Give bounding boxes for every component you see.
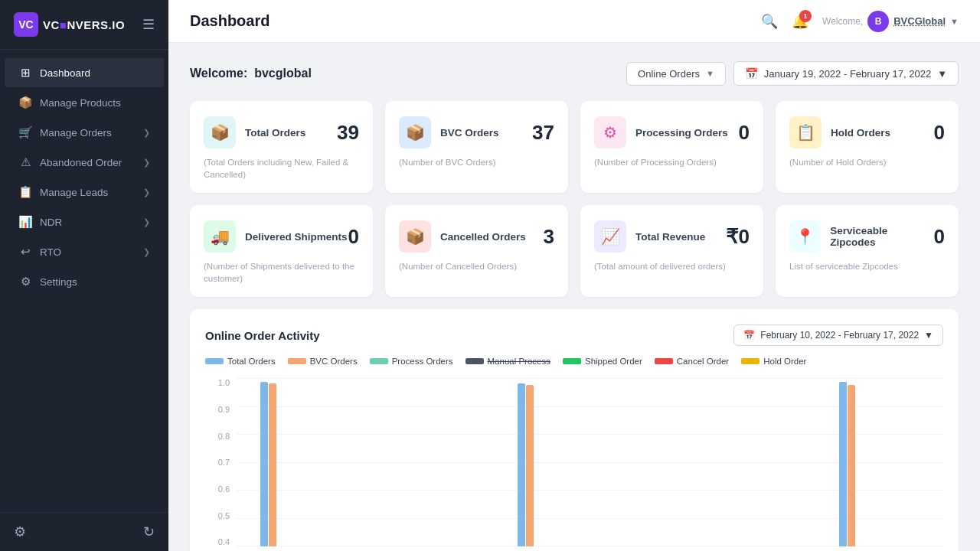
nav-chevron-ndr-icon: ❯ (143, 217, 150, 227)
legend-dot-process-orders (370, 358, 388, 364)
legend-item-process-orders: Process Orders (370, 357, 453, 366)
sidebar-item-rto[interactable]: ↩ RTO ❯ (5, 237, 164, 266)
stat-icon-total-revenue: 📈 (594, 220, 626, 253)
welcome-bar: Welcome: bvcglobal Online Orders ▼ 📅 Jan… (190, 61, 959, 86)
nav-item-left: 🛒 Manage Orders (18, 126, 112, 139)
stat-card-left: 🚚 Delivered Shipments (204, 220, 348, 253)
legend-label-cancel-order: Cancel Order (677, 357, 729, 366)
notification-count: 1 (799, 10, 812, 22)
stat-icon-delivered-shipments: 🚚 (204, 220, 236, 253)
nav-icon-settings: ⚙ (18, 275, 32, 289)
chart-date-range-button[interactable]: 📅 February 10, 2022 - February 17, 2022 … (733, 324, 943, 346)
legend-dot-hold-order (741, 358, 760, 364)
chart-bar (839, 382, 847, 547)
notification-bell[interactable]: 🔔 1 (792, 13, 808, 30)
stat-card-top: 📈 Total Revenue ₹0 (594, 220, 750, 253)
stat-value-bvc-orders: 37 (532, 121, 554, 145)
y-label: 0.6 (218, 484, 230, 494)
nav-item-left: ⚙ Settings (18, 275, 77, 289)
y-label: 0.8 (218, 432, 230, 441)
legend-item-shipped-order: Shipped Order (563, 357, 642, 366)
stat-card-delivered-shipments: 🚚 Delivered Shipments 0 (Number of Shipm… (190, 205, 373, 297)
sidebar-item-abandoned-order[interactable]: ⚠ Abandoned Order ❯ (5, 148, 164, 177)
chart-date-chevron-icon: ▼ (924, 330, 933, 341)
nav-item-left: ⚠ Abandoned Order (18, 155, 122, 169)
stat-name-serviceable-zipcodes: Serviceable Zipcodes (830, 225, 933, 248)
refresh-footer-icon[interactable]: ↻ (143, 523, 155, 540)
stat-card-total-orders: 📦 Total Orders 39 (Total Orders includin… (190, 101, 373, 193)
stat-desc-total-orders: (Total Orders including New, Failed & Ca… (204, 156, 359, 181)
order-type-label: Online Orders (638, 68, 700, 80)
legend-label-total-orders: Total Orders (227, 357, 276, 366)
legend-dot-cancel-order (655, 358, 673, 364)
sidebar-item-manage-orders[interactable]: 🛒 Manage Orders ❯ (5, 118, 164, 147)
stat-icon-hold-orders: 📋 (789, 116, 822, 148)
stat-card-serviceable-zipcodes: 📍 Serviceable Zipcodes 0 List of service… (776, 205, 959, 297)
stat-value-cancelled-orders: 3 (544, 225, 554, 249)
welcome-username: bvcglobal (254, 67, 312, 80)
bar-group (429, 378, 493, 546)
stat-card-cancelled-orders: 📦 Cancelled Orders 3 (Number of Cancelle… (385, 205, 568, 297)
bars-container (236, 378, 943, 546)
nav-label-manage-products: Manage Products (40, 97, 121, 109)
logo: VC VC■NVERS.IO (14, 12, 125, 37)
nav-label-settings: Settings (40, 276, 77, 288)
sidebar-item-manage-leads[interactable]: 📋 Manage Leads ❯ (5, 178, 164, 207)
stat-card-top: ⚙ Processing Orders 0 (594, 116, 750, 148)
y-label: 0.4 (218, 537, 230, 546)
user-menu[interactable]: Welcome, B BVCGlobal ▼ (822, 11, 959, 32)
topbar: Dashboard 🔍 🔔 1 Welcome, B BVCGlobal ▼ (168, 0, 980, 43)
nav-label-manage-leads: Manage Leads (40, 187, 108, 198)
nav-chevron-manage-orders-icon: ❯ (143, 128, 150, 138)
legend-dot-manual-process (466, 358, 484, 364)
bar-group (236, 378, 300, 546)
date-filter: Online Orders ▼ 📅 January 19, 2022 - Feb… (626, 61, 959, 86)
legend-dot-total-orders (205, 358, 224, 364)
sidebar-item-manage-products[interactable]: 📦 Manage Products (5, 88, 164, 117)
sidebar-item-dashboard[interactable]: ⊞ Dashboard (5, 58, 164, 87)
nav-item-left: ⊞ Dashboard (18, 66, 90, 80)
stat-name-processing-orders: Processing Orders (635, 127, 728, 139)
stats-grid-bottom: 🚚 Delivered Shipments 0 (Number of Shipm… (190, 205, 959, 297)
legend-dot-bvc-orders (288, 358, 306, 364)
stat-value-processing-orders: 0 (739, 121, 750, 145)
legend-label-shipped-order: Shipped Order (585, 357, 642, 366)
stat-name-total-revenue: Total Revenue (635, 231, 705, 243)
bar-group (879, 378, 943, 546)
stat-card-hold-orders: 📋 Hold Orders 0 (Number of Hold Orders) (776, 101, 959, 193)
welcome-label: Welcome, (822, 16, 863, 27)
stat-icon-cancelled-orders: 📦 (399, 220, 431, 253)
nav-chevron-abandoned-order-icon: ❯ (143, 158, 150, 168)
hamburger-icon[interactable]: ☰ (142, 16, 155, 33)
stats-grid-top: 📦 Total Orders 39 (Total Orders includin… (190, 101, 959, 193)
bar-group (493, 378, 557, 546)
stat-icon-processing-orders: ⚙ (594, 116, 626, 148)
nav-icon-rto: ↩ (18, 245, 32, 259)
legend-label-manual-process: Manual Process (488, 357, 550, 366)
stat-desc-hold-orders: (Number of Hold Orders) (789, 156, 945, 168)
settings-footer-icon[interactable]: ⚙ (14, 523, 26, 540)
sidebar-item-ndr[interactable]: 📊 NDR ❯ (5, 207, 164, 236)
stat-card-left: 📦 Cancelled Orders (399, 220, 526, 253)
chart-calendar-icon: 📅 (743, 330, 755, 341)
date-range-picker[interactable]: 📅 January 19, 2022 - February 17, 2022 ▼ (733, 61, 959, 86)
order-type-dropdown[interactable]: Online Orders ▼ (626, 62, 726, 86)
stat-desc-cancelled-orders: (Number of Cancelled Orders) (399, 260, 554, 272)
chart-date-range-value: February 10, 2022 - February 17, 2022 (760, 330, 919, 341)
page-title: Dashboard (190, 12, 270, 30)
stat-desc-bvc-orders: (Number of BVC Orders) (399, 156, 554, 168)
legend-dot-shipped-order (563, 358, 581, 364)
username-display: BVCGlobal (893, 15, 946, 27)
search-icon[interactable]: 🔍 (761, 13, 778, 30)
y-label: 0.9 (218, 405, 230, 414)
legend-label-process-orders: Process Orders (392, 357, 453, 366)
welcome-prefix: Welcome: (190, 67, 247, 80)
logo-icon: VC (14, 12, 38, 37)
stat-card-top: 📦 Cancelled Orders 3 (399, 220, 554, 253)
nav-icon-ndr: 📊 (18, 215, 32, 229)
y-label: 1.0 (218, 378, 230, 387)
sidebar-item-settings[interactable]: ⚙ Settings (5, 267, 164, 296)
chart-area (236, 378, 943, 546)
legend-item-manual-process: Manual Process (466, 357, 550, 366)
legend-item-total-orders: Total Orders (205, 357, 276, 366)
